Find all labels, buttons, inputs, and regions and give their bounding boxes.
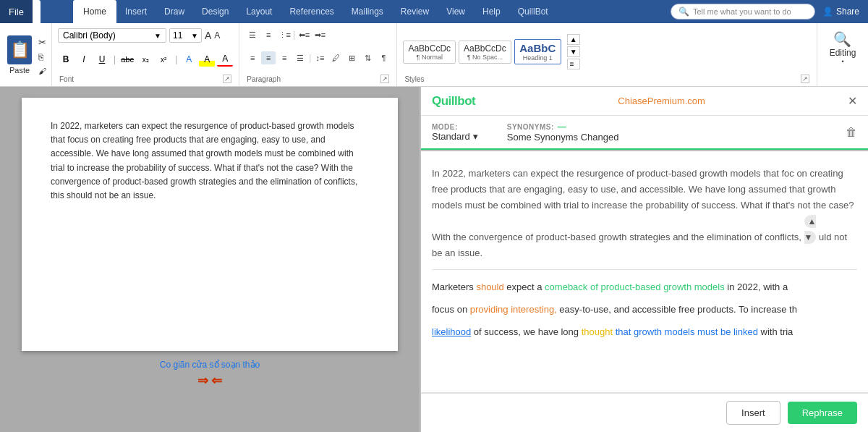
style-no-spacing-preview: AaBbCcDc xyxy=(464,43,506,54)
shading-button[interactable]: 🖊 xyxy=(328,51,343,64)
tab-draw[interactable]: Draw xyxy=(156,0,193,23)
tab-review[interactable]: Review xyxy=(392,0,438,23)
strikethrough-button[interactable]: abc xyxy=(119,52,135,67)
text-effects-button[interactable]: A xyxy=(181,52,197,67)
tab-quillbot[interactable]: QuillBot xyxy=(509,0,557,23)
synonyms-section: SYNONYMS: — Some Synonyms Changed xyxy=(507,122,619,143)
tab-references[interactable]: References xyxy=(281,0,342,23)
line-spacing-button[interactable]: ↕≡ xyxy=(312,51,327,64)
tab-mailings[interactable]: Mailings xyxy=(343,0,392,23)
font-format-row: B I U | abc x₂ x² | A A A xyxy=(58,52,233,67)
mode-selector[interactable]: Standard ▾ xyxy=(432,131,478,142)
superscript-button[interactable]: x² xyxy=(156,52,171,67)
trash-button[interactable]: 🗑 xyxy=(846,126,857,139)
highlight-button[interactable]: A xyxy=(199,52,215,67)
multilevel-button[interactable]: ⋮≡ xyxy=(277,28,292,41)
justify-button[interactable]: ☰ xyxy=(293,51,307,64)
bold-button[interactable]: B xyxy=(58,52,74,67)
style-normal[interactable]: AaBbCcDc ¶ Normal xyxy=(403,41,456,64)
paragraph-group-expand[interactable]: ↗ xyxy=(380,75,389,83)
insert-button[interactable]: Insert xyxy=(726,401,780,425)
tab-layout[interactable]: Layout xyxy=(237,0,281,23)
output-area[interactable]: In 2022, marketers can expect the resurg… xyxy=(421,155,868,393)
editing-icon: 🔍 xyxy=(833,30,851,48)
underline-button[interactable]: U xyxy=(94,52,110,67)
decrease-indent-button[interactable]: ⬅≡ xyxy=(297,28,311,41)
panel-close-button[interactable]: ✕ xyxy=(848,94,857,108)
style-no-spacing[interactable]: AaBbCcDc ¶ No Spac... xyxy=(459,41,511,64)
rephrased-text-block: Marketers should expect a comeback of pr… xyxy=(432,279,857,341)
original-text-block: In 2022, marketers can expect the resurg… xyxy=(432,166,857,270)
styles-group-footer: Styles ↗ xyxy=(403,75,811,83)
ribbon: Home File Home Insert Draw Design Layout… xyxy=(0,0,868,87)
main-content: In 2022, marketers can expect the resurg… xyxy=(0,87,868,432)
font-group-expand[interactable]: ↗ xyxy=(223,75,231,83)
bullets-button[interactable]: ☰ xyxy=(245,28,260,41)
mode-value-text: Standard xyxy=(432,131,470,142)
sort-button[interactable]: ⇅ xyxy=(360,51,375,64)
paste-button[interactable]: 📋 Paste xyxy=(4,35,35,75)
synonyms-dash: — xyxy=(558,122,566,132)
borders-button[interactable]: ⊞ xyxy=(344,51,359,64)
document-page[interactable]: In 2022, marketers can expect the resurg… xyxy=(22,98,398,351)
style-heading1[interactable]: AaBbC Heading 1 xyxy=(514,39,561,64)
font-group: Calibri (Body) ▼ 11 ▼ A A B I U | abc x₂… xyxy=(52,23,239,86)
chiasepremium-text: ChiasePremium.com xyxy=(618,96,705,106)
styles-gallery: AaBbCcDc ¶ Normal AaBbCcDc ¶ No Spac... … xyxy=(403,26,811,75)
word-should: should xyxy=(476,281,503,292)
phrase-linked: that growth models must be linked xyxy=(613,326,758,337)
styles-group-expand[interactable]: ↗ xyxy=(801,75,809,83)
font-grow-button[interactable]: A xyxy=(205,30,211,41)
format-painter-button[interactable]: 🖌 xyxy=(38,66,47,76)
increase-indent-button[interactable]: ➡≡ xyxy=(312,28,327,41)
font-name-selector[interactable]: Calibri (Body) ▼ xyxy=(58,28,166,43)
editing-label: Editing xyxy=(830,48,856,58)
paragraph-group-footer: Paragraph ↗ xyxy=(245,75,391,83)
styles-scroll-up[interactable]: ▲ xyxy=(567,34,580,45)
align-right-button[interactable]: ≡ xyxy=(277,51,292,64)
rephrase-button[interactable]: Rephrase xyxy=(788,402,857,424)
subscript-button[interactable]: x₂ xyxy=(137,52,153,67)
pilcrow-button[interactable]: ¶ xyxy=(376,51,391,64)
font-selectors-row: Calibri (Body) ▼ 11 ▼ A A xyxy=(58,28,233,43)
numbering-button[interactable]: ≡ xyxy=(261,28,276,41)
tab-view[interactable]: View xyxy=(438,0,474,23)
ribbon-tab-bar: Home File Home Insert Draw Design Layout… xyxy=(0,0,868,23)
search-icon: 🔍 xyxy=(678,7,689,17)
align-center-button[interactable]: ≡ xyxy=(261,51,276,64)
style-heading1-label: Heading 1 xyxy=(523,54,553,62)
share-button[interactable]: 👤 Share xyxy=(822,7,859,17)
tell-me-search[interactable]: 🔍 Tell me what you want to do xyxy=(671,4,815,20)
styles-more[interactable]: ≡ xyxy=(567,59,580,69)
word-thought: thought xyxy=(582,326,613,337)
tab-insert[interactable]: Insert xyxy=(116,0,156,23)
editing-button[interactable]: 🔍 Editing • xyxy=(830,26,856,65)
search-placeholder: Tell me what you want to do xyxy=(693,7,791,16)
scroll-up-btn[interactable]: ▲▼ xyxy=(804,215,817,244)
share-icon: 👤 xyxy=(822,7,833,17)
word-likelihood: likelihood xyxy=(432,326,471,337)
cut-button[interactable]: ✂ xyxy=(38,36,47,48)
style-normal-label: ¶ Normal xyxy=(417,54,443,61)
tab-file[interactable]: File xyxy=(0,0,33,23)
font-size-selector[interactable]: 11 ▼ xyxy=(169,28,202,43)
resize-label: Co giãn cửa sổ soạn thảo xyxy=(160,360,260,370)
align-left-button[interactable]: ≡ xyxy=(245,51,260,64)
tab-design[interactable]: Design xyxy=(193,0,237,23)
mode-section: MODE: Standard ▾ xyxy=(432,123,478,142)
quillbot-header: Quillbot ChiasePremium.com ✕ xyxy=(421,87,868,116)
styles-scroll-down[interactable]: ▼ xyxy=(567,46,580,57)
paste-label: Paste xyxy=(9,66,30,75)
document-text: In 2022, marketers can expect the resurg… xyxy=(51,119,369,203)
action-bar: Insert Rephrase xyxy=(421,393,868,432)
font-dropdown-arrow: ▼ xyxy=(154,32,161,40)
tab-help[interactable]: Help xyxy=(474,0,509,23)
document-panel: In 2022, marketers can expect the resurg… xyxy=(0,87,420,432)
font-color-button[interactable]: A xyxy=(217,52,233,67)
tab-home[interactable]: Home xyxy=(73,0,116,23)
italic-button[interactable]: I xyxy=(76,52,92,67)
font-shrink-button[interactable]: A xyxy=(214,30,220,41)
copy-button[interactable]: ⎘ xyxy=(38,51,47,63)
synonyms-label: SYNONYMS: xyxy=(507,123,554,131)
mode-label: MODE: xyxy=(432,123,478,131)
